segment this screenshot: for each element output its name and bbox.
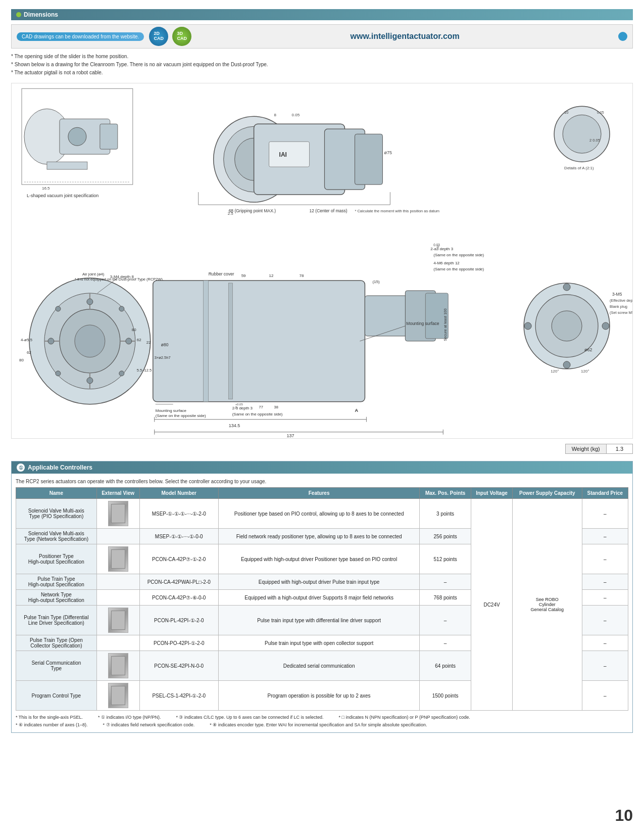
svg-text:* Calculate the moment with th: * Calculate the moment with this positio… (355, 209, 439, 213)
technical-drawing-area: 16.5 L-shaped vacuum joint specification… (11, 83, 633, 439)
svg-text:77: 77 (259, 405, 263, 409)
row1-name: Solenoid Valve Multi-axisType (PIO Speci… (16, 499, 97, 529)
row4-name: Pulse Train TypeHigh-output Specificatio… (16, 574, 97, 590)
svg-text:(Set screw M5×6): (Set screw M5×6) (610, 310, 632, 315)
row5-price: – (582, 590, 628, 606)
note-1: * The opening side of the slider is the … (11, 53, 633, 61)
row6-name: Pulse Train Type (DifferentialLine Drive… (16, 606, 97, 635)
svg-rect-57 (204, 281, 209, 402)
th-standard-price: Standard Price (582, 488, 628, 499)
svg-text:(Same on the opposite side): (Same on the opposite side) (433, 253, 484, 257)
svg-point-46 (119, 306, 124, 311)
row3-features: Equipped with high-output driver Positio… (218, 544, 419, 574)
row8-model: PCON-SE-42PI-N-0-0 (139, 651, 218, 681)
svg-text:0.05: 0.05 (597, 111, 604, 114)
svg-point-28 (563, 115, 601, 153)
svg-point-42 (87, 378, 93, 384)
row1-features: Positioner type based on PIO control, al… (218, 499, 419, 529)
svg-point-5 (68, 127, 86, 146)
svg-text:(Same on the opposite side): (Same on the opposite side) (433, 267, 484, 271)
svg-text:80: 80 (19, 358, 24, 362)
row6-model: PCON-PL-42PI-①-2-0 (139, 606, 218, 635)
row6-price: – (582, 606, 628, 635)
row1-model: MSEP-①-①-①-···-①-2-0 (139, 499, 218, 529)
row8-features: Dedicated serial communication (218, 651, 419, 681)
svg-text:62: 62 (137, 338, 141, 342)
svg-text:Details of A (2:1): Details of A (2:1) (564, 166, 594, 170)
svg-point-87 (602, 322, 609, 330)
svg-text:3×ø2.5h7: 3×ø2.5h7 (155, 355, 171, 360)
svg-text:12 (Center of mass): 12 (Center of mass) (310, 208, 348, 213)
row2-price: – (582, 529, 628, 544)
svg-text:12: 12 (269, 273, 274, 278)
svg-point-85 (563, 361, 570, 368)
svg-text:ø75: ø75 (384, 150, 391, 155)
th-power-supply: Power Supply Capacity (513, 488, 582, 499)
th-name: Name (16, 488, 97, 499)
svg-point-43 (48, 338, 54, 344)
row8-name: Serial CommunicationType (16, 651, 97, 681)
row2-features: Field network ready positioner type, all… (218, 529, 419, 544)
controllers-sub-note: The RCP2 series actuators can operate wi… (16, 479, 628, 484)
controllers-title: Applicable Controllers (28, 464, 92, 471)
footnote-6: * ⑦ indicates field network specificatio… (103, 721, 195, 729)
green-dot-icon (16, 12, 21, 17)
svg-text:0.05: 0.05 (292, 113, 300, 117)
row7-features: Pulse train input type with open collect… (218, 635, 419, 651)
row3-img (96, 544, 139, 574)
svg-point-41 (87, 299, 93, 305)
controllers-table: Name External View Model Number Features… (16, 487, 628, 711)
row1-maxpos: 3 points (420, 499, 471, 529)
svg-text:L-shaped vacuum joint specific: L-shaped vacuum joint specification (27, 193, 98, 198)
table-row: Solenoid Valve Multi-axisType (PIO Speci… (16, 499, 628, 529)
row2-img (96, 529, 139, 544)
svg-rect-15 (269, 142, 310, 167)
footnote-2: * ① indicates I/O type (NP/PN). (98, 714, 161, 721)
cad-3d-icon: 3DCAD (172, 27, 191, 46)
svg-point-84 (563, 284, 570, 291)
svg-text:4-M6 depth 12: 4-M6 depth 12 (433, 261, 460, 265)
svg-text:0: 0 (437, 245, 439, 249)
svg-text:(Effective depth 7): (Effective depth 7) (610, 298, 632, 303)
footnote-7: * ⑧ indicates encoder type. Enter WAI fo… (210, 721, 427, 729)
row4-features: Equipped with high-output driver Pulse t… (218, 574, 419, 590)
weight-box: Weight (kg) 1.3 (11, 444, 633, 454)
svg-text:(15): (15) (372, 280, 380, 284)
row2-maxpos: 256 points (420, 529, 471, 544)
svg-text:68 (Gripping point MAX.): 68 (Gripping point MAX.) (229, 208, 276, 213)
svg-point-86 (524, 322, 531, 330)
footnote-5: * ⑥ indicates number of axes (1–8). (16, 721, 88, 729)
row5-features: Equipped with a high-output driver Suppo… (218, 590, 419, 606)
row8-img (96, 651, 139, 681)
svg-text:IAI: IAI (279, 151, 287, 158)
row9-price: – (582, 681, 628, 711)
svg-text:16.5: 16.5 (42, 186, 50, 191)
cad-icons: 2DCAD 3DCAD (149, 27, 191, 46)
svg-text:120°: 120° (551, 369, 559, 374)
row6-features: Pulse train input type with differential… (218, 606, 419, 635)
dimensions-title: Dimensions (24, 11, 58, 18)
cad-url[interactable]: www.intelligentactuator.com (196, 32, 613, 41)
svg-text:8: 8 (274, 113, 277, 117)
row7-model: PCON-PO-42PI-①-2-0 (139, 635, 218, 651)
row5-model: PCON-CA-42P⑦-⑥-0-0 (139, 590, 218, 606)
page-container: Dimensions CAD drawings can be downloade… (0, 0, 644, 834)
note-2: * Shown below is a drawing for the Clean… (11, 61, 633, 69)
weight-value: 1.3 (607, 444, 633, 454)
svg-text:80: 80 (132, 328, 136, 332)
svg-point-47 (56, 371, 61, 376)
row1-img (96, 499, 139, 529)
footnote-1: * This is for the single-axis PSEL. (16, 714, 83, 721)
row7-price: – (582, 635, 628, 651)
svg-rect-3 (100, 124, 118, 149)
svg-rect-14 (355, 134, 382, 184)
row8-price: – (582, 651, 628, 681)
svg-point-45 (56, 306, 61, 311)
svg-rect-58 (229, 283, 233, 399)
row5-maxpos: 768 points (420, 590, 471, 606)
row7-maxpos: – (420, 635, 471, 651)
cad-right-dot (618, 32, 627, 41)
svg-point-36 (75, 325, 105, 357)
th-features: Features (218, 488, 419, 499)
svg-text:120°: 120° (581, 369, 589, 374)
